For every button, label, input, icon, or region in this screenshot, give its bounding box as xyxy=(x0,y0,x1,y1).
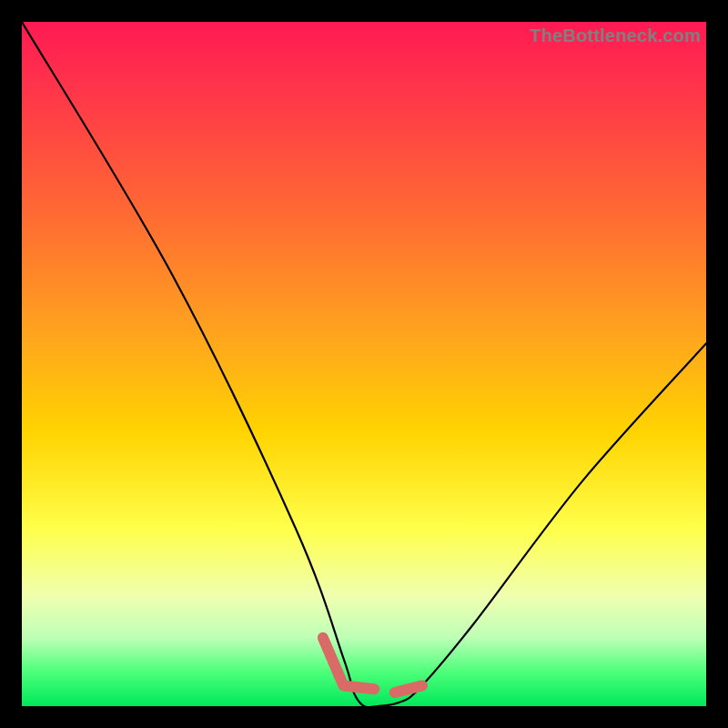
right-marker-dash xyxy=(395,685,422,693)
chart-overlay xyxy=(22,22,706,706)
chart-gradient-area: TheBottleneck.com xyxy=(22,22,706,706)
main-curve xyxy=(22,22,706,706)
left-marker-dash xyxy=(323,638,374,689)
